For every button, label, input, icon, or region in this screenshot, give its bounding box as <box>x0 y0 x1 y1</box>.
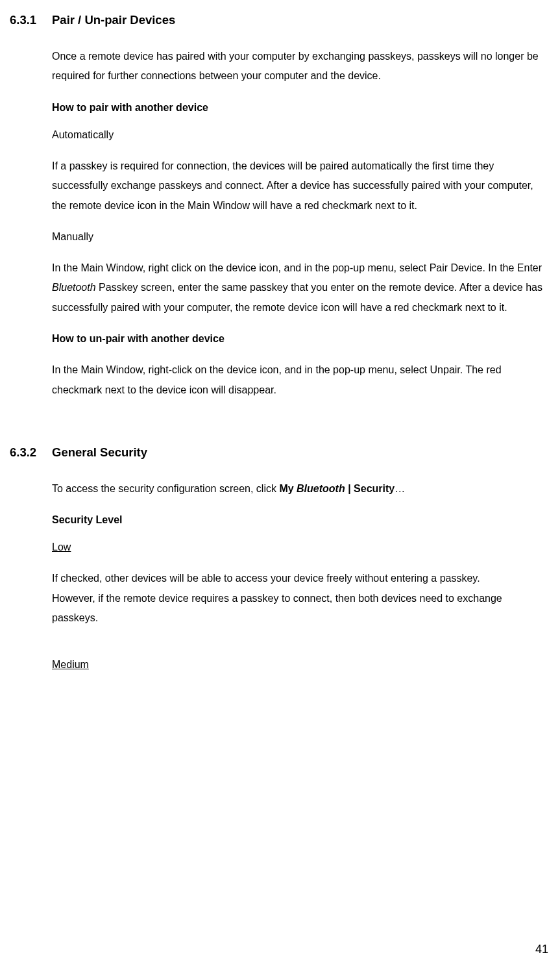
section-heading-631: 6.3.1 Pair / Un-pair Devices <box>10 13 550 27</box>
manually-text-italic: Bluetooth <box>52 282 96 293</box>
section-title-631: Pair / Un-pair Devices <box>52 13 550 27</box>
security-level-heading: Security Level <box>52 514 550 526</box>
section-632-content: To access the security configuration scr… <box>52 479 550 671</box>
manually-text-pre: In the Main Window, right click on the d… <box>52 262 542 273</box>
manually-label: Manually <box>52 231 550 243</box>
security-intro-bolditalic: Bluetooth <box>297 483 345 494</box>
how-to-pair-heading: How to pair with another device <box>52 102 550 114</box>
how-to-unpair-heading: How to un-pair with another device <box>52 333 550 345</box>
low-label-text: Low <box>52 541 71 552</box>
section-631-content: Once a remote device has paired with you… <box>52 47 550 400</box>
section-number-631: 6.3.1 <box>10 13 52 27</box>
low-text: If checked, other devices will be able t… <box>52 569 550 628</box>
security-intro-post: … <box>395 483 405 494</box>
low-text-line1: If checked, other devices will be able t… <box>52 573 480 584</box>
low-label: Low <box>52 541 550 553</box>
automatically-label: Automatically <box>52 129 550 141</box>
section-heading-632: 6.3.2 General Security <box>10 445 550 460</box>
intro-paragraph: Once a remote device has paired with you… <box>52 47 550 86</box>
manually-text: In the Main Window, right click on the d… <box>52 258 550 317</box>
page-number: 41 <box>535 943 548 956</box>
security-intro: To access the security configuration scr… <box>52 479 550 499</box>
medium-label-text: Medium <box>52 659 89 670</box>
manually-text-post: Passkey screen, enter the same passkey t… <box>52 282 542 312</box>
medium-label: Medium <box>52 659 550 671</box>
low-text-line2: However, if the remote device requires a… <box>52 593 502 623</box>
security-intro-bold1: My <box>279 483 297 494</box>
automatically-text: If a passkey is required for connection,… <box>52 156 550 216</box>
security-intro-pre: To access the security configuration scr… <box>52 483 279 494</box>
unpair-text: In the Main Window, right-click on the d… <box>52 360 550 400</box>
security-intro-bold2: | Security <box>345 483 395 494</box>
spacer <box>52 643 550 659</box>
section-title-632: General Security <box>52 445 550 460</box>
section-number-632: 6.3.2 <box>10 445 52 460</box>
